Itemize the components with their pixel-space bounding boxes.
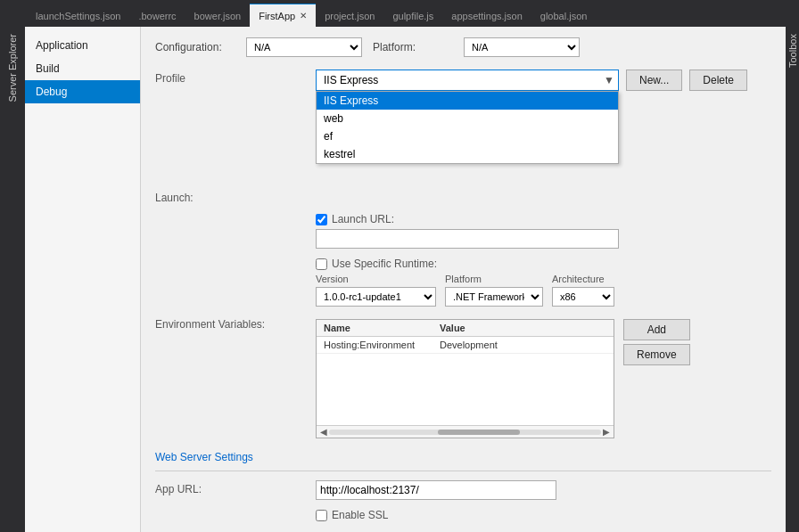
env-scrollbar[interactable]: ◀ ▶ bbox=[317, 425, 614, 438]
profile-select-bar: IIS Express ▼ IIS Express web ef kestrel… bbox=[316, 70, 771, 91]
app-url-row: App URL: bbox=[155, 480, 771, 500]
specific-runtime-label-space bbox=[155, 258, 316, 260]
launch-url-text: Launch URL: bbox=[332, 213, 394, 225]
web-server-title: Web Server Settings bbox=[155, 451, 771, 463]
tab-label: appsettings.json bbox=[451, 11, 523, 21]
content-area: Configuration: N/A Platform: N/A Profile… bbox=[141, 27, 786, 532]
launch-url-input[interactable] bbox=[316, 229, 619, 249]
launch-row: Launch: bbox=[155, 189, 771, 204]
enable-ssl-space bbox=[155, 509, 316, 512]
specific-runtime-checkbox[interactable] bbox=[316, 258, 327, 270]
main-layout: Server Explorer Application Build Debug … bbox=[0, 27, 799, 532]
tab-label: FirstApp bbox=[259, 11, 295, 21]
server-explorer-panel: Server Explorer bbox=[0, 27, 25, 532]
tab-label: global.json bbox=[540, 11, 588, 21]
sidebar-item-debug[interactable]: Debug bbox=[25, 80, 140, 103]
platform-col-label: Platform bbox=[445, 274, 543, 284]
profile-row: Profile IIS Express ▼ IIS Express web ef bbox=[155, 70, 771, 91]
configuration-label: Configuration: bbox=[155, 41, 235, 53]
scroll-track[interactable] bbox=[329, 430, 601, 435]
tab-label: project.json bbox=[325, 11, 375, 21]
specific-runtime-content: Use Specific Runtime: Version 1.0.0-rc1-… bbox=[316, 258, 771, 307]
dropdown-item-ef[interactable]: ef bbox=[317, 127, 618, 145]
launch-label: Launch: bbox=[155, 189, 316, 204]
dropdown-item-iis[interactable]: IIS Express bbox=[317, 92, 618, 110]
tab-bowerrc[interactable]: .bowerrc bbox=[129, 4, 185, 27]
enable-ssl-checkbox-label[interactable]: Enable SSL bbox=[316, 509, 388, 521]
left-nav: Application Build Debug bbox=[25, 27, 141, 532]
dropdown-arrow-icon: ▼ bbox=[604, 74, 614, 86]
dropdown-item-web[interactable]: web bbox=[317, 110, 618, 127]
tab-label: bower.json bbox=[194, 11, 242, 21]
scroll-right-icon[interactable]: ▶ bbox=[601, 427, 612, 437]
env-variables-row: Environment Variables: Name Value Hostin… bbox=[155, 315, 771, 438]
platform-label: Platform: bbox=[373, 41, 453, 53]
tab-global[interactable]: global.json bbox=[531, 4, 597, 27]
profile-dropdown[interactable]: IIS Express ▼ bbox=[316, 70, 619, 91]
sidebar-item-application[interactable]: Application bbox=[25, 34, 140, 57]
tab-label: gulpfile.js bbox=[392, 11, 433, 21]
sidebar-item-build[interactable]: Build bbox=[25, 57, 140, 80]
env-table-empty bbox=[317, 354, 614, 425]
architecture-col: Architecture x86 bbox=[552, 274, 614, 307]
platform-col-select[interactable]: .NET Framework bbox=[445, 287, 543, 307]
tab-label: .bowerrc bbox=[138, 11, 176, 21]
tab-bowerjson[interactable]: bower.json bbox=[185, 4, 251, 27]
launch-url-checkbox-label[interactable]: Launch URL: bbox=[316, 213, 771, 225]
tab-gulpfile[interactable]: gulpfile.js bbox=[383, 4, 442, 27]
specific-runtime-text: Use Specific Runtime: bbox=[332, 258, 437, 270]
config-platform-row: Configuration: N/A Platform: N/A bbox=[155, 37, 771, 57]
tab-label: launchSettings.json bbox=[36, 11, 120, 21]
tab-appsettings[interactable]: appsettings.json bbox=[442, 4, 531, 27]
profile-label: Profile bbox=[155, 70, 316, 85]
configuration-select[interactable]: N/A bbox=[246, 37, 362, 57]
app-url-label: App URL: bbox=[155, 480, 316, 495]
enable-ssl-row: Enable SSL bbox=[155, 509, 771, 521]
tab-projectjson[interactable]: project.json bbox=[316, 4, 383, 27]
launch-url-label-space bbox=[155, 213, 316, 216]
version-col: Version 1.0.0-rc1-update1 bbox=[316, 274, 436, 307]
enable-ssl-checkbox[interactable] bbox=[316, 510, 327, 521]
launch-url-checkbox[interactable] bbox=[316, 214, 327, 225]
platform-col: Platform .NET Framework bbox=[445, 274, 543, 307]
env-table-header: Name Value bbox=[317, 320, 614, 337]
profile-selected-value: IIS Express bbox=[324, 74, 378, 86]
toolbox-panel[interactable]: Toolbox bbox=[786, 27, 799, 532]
delete-button[interactable]: Delete bbox=[689, 70, 747, 91]
server-explorer-label[interactable]: Server Explorer bbox=[7, 34, 18, 102]
app-url-input[interactable] bbox=[316, 480, 556, 500]
env-col-value-header: Value bbox=[440, 323, 606, 333]
scroll-thumb[interactable] bbox=[438, 430, 520, 435]
section-divider bbox=[155, 471, 771, 471]
launch-url-content: Launch URL: bbox=[316, 213, 771, 249]
architecture-label: Architecture bbox=[552, 274, 614, 284]
architecture-select[interactable]: x86 bbox=[552, 287, 614, 307]
env-cell-name: Hosting:Environment bbox=[324, 340, 440, 350]
launch-url-row: Launch URL: bbox=[155, 213, 771, 249]
version-label: Version bbox=[316, 274, 436, 284]
add-button[interactable]: Add bbox=[623, 319, 690, 340]
scroll-left-icon[interactable]: ◀ bbox=[318, 427, 329, 437]
vpac-row: Version 1.0.0-rc1-update1 Platform .NET … bbox=[316, 274, 771, 307]
specific-runtime-checkbox-label[interactable]: Use Specific Runtime: bbox=[316, 258, 771, 270]
env-col-name-header: Name bbox=[324, 323, 440, 333]
env-table: Name Value Hosting:Environment Developme… bbox=[316, 319, 614, 438]
tab-firstapp[interactable]: FirstApp ✕ bbox=[250, 4, 316, 27]
tab-bar: launchSettings.json .bowerrc bower.json … bbox=[0, 0, 799, 27]
tab-launchsettings[interactable]: launchSettings.json bbox=[27, 4, 129, 27]
env-variables-label: Environment Variables: bbox=[155, 315, 316, 331]
env-variables-content: Name Value Hosting:Environment Developme… bbox=[316, 315, 771, 438]
profile-dropdown-menu: IIS Express web ef kestrel bbox=[316, 91, 619, 164]
specific-runtime-row: Use Specific Runtime: Version 1.0.0-rc1-… bbox=[155, 258, 771, 307]
env-cell-value: Development bbox=[440, 340, 606, 350]
new-button[interactable]: New... bbox=[626, 70, 682, 91]
remove-button[interactable]: Remove bbox=[623, 344, 690, 365]
table-row[interactable]: Hosting:Environment Development bbox=[317, 337, 614, 354]
version-select[interactable]: 1.0.0-rc1-update1 bbox=[316, 287, 436, 307]
platform-select[interactable]: N/A bbox=[464, 37, 580, 57]
env-buttons: Add Remove bbox=[623, 319, 690, 365]
web-server-section: Web Server Settings App URL: Enable SSL … bbox=[155, 451, 771, 532]
enable-ssl-text: Enable SSL bbox=[332, 509, 388, 521]
close-icon[interactable]: ✕ bbox=[300, 11, 307, 20]
dropdown-item-kestrel[interactable]: kestrel bbox=[317, 145, 618, 163]
